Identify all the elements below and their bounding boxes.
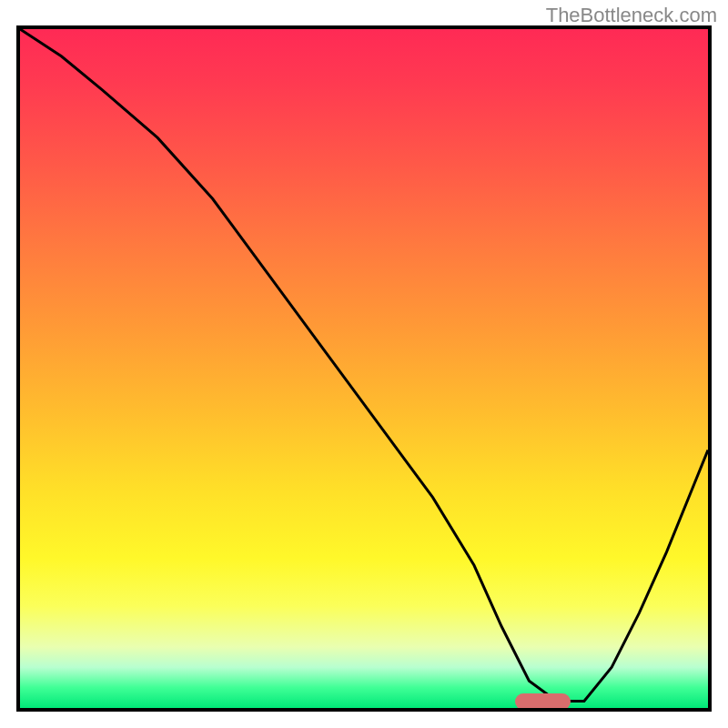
bottleneck-curve	[20, 29, 708, 708]
watermark-text: TheBottleneck.com	[546, 4, 717, 27]
curve-path	[20, 29, 708, 702]
chart-container: TheBottleneck.com	[0, 0, 728, 728]
optimal-marker	[515, 693, 570, 710]
plot-area	[16, 25, 712, 712]
